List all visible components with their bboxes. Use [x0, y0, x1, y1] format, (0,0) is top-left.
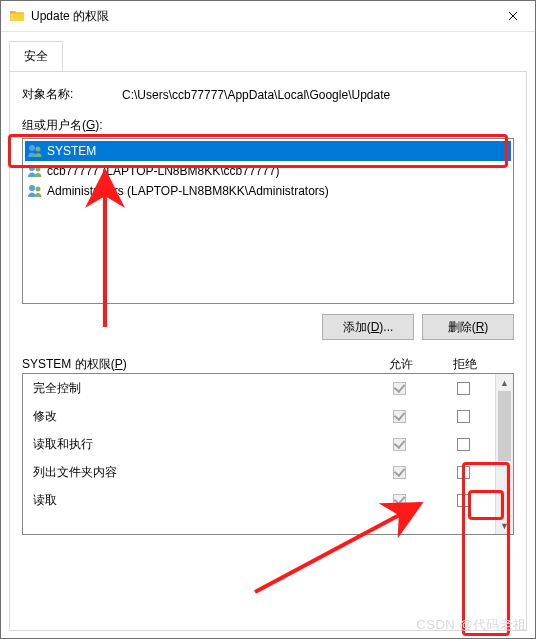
svg-point-3 — [36, 167, 41, 172]
permissions-list: 完全控制修改读取和执行列出文件夹内容读取 — [23, 374, 495, 534]
folder-icon — [9, 8, 25, 24]
tab-security[interactable]: 安全 — [9, 41, 63, 72]
allow-checkbox[interactable] — [393, 410, 406, 423]
list-item[interactable]: Administrators (LAPTOP-LN8BM8KK\Administ… — [25, 181, 511, 201]
titlebar: Update 的权限 — [1, 1, 535, 32]
deny-cell — [431, 382, 495, 395]
svg-point-0 — [29, 145, 35, 151]
object-value: C:\Users\ccb77777\AppData\Local\Google\U… — [122, 88, 514, 102]
allow-checkbox[interactable] — [393, 438, 406, 451]
deny-cell — [431, 466, 495, 479]
perm-name: 完全控制 — [23, 380, 367, 397]
list-item-label: Administrators (LAPTOP-LN8BM8KK\Administ… — [47, 184, 329, 198]
allow-col-header: 允许 — [369, 356, 433, 373]
list-buttons: 添加(D)... 删除(R) — [22, 314, 514, 340]
perm-row: 完全控制 — [23, 374, 495, 402]
allow-cell — [367, 466, 431, 479]
svg-point-1 — [36, 147, 41, 152]
perm-header: SYSTEM 的权限(P) 允许 拒绝 — [22, 356, 514, 373]
people-icon — [27, 143, 43, 159]
allow-checkbox[interactable] — [393, 466, 406, 479]
allow-checkbox[interactable] — [393, 382, 406, 395]
people-icon — [27, 183, 43, 199]
perm-row: 修改 — [23, 402, 495, 430]
permissions-scrollbar[interactable]: ▲ ▼ — [495, 374, 513, 534]
watermark: CSDN @代码老祖 — [416, 616, 527, 634]
close-button[interactable] — [490, 1, 535, 31]
tab-body: 对象名称: C:\Users\ccb77777\AppData\Local\Go… — [9, 71, 527, 631]
svg-point-5 — [36, 187, 41, 192]
svg-point-2 — [29, 165, 35, 171]
tab-strip: 安全 — [1, 32, 535, 71]
allow-cell — [367, 438, 431, 451]
deny-checkbox[interactable] — [457, 466, 470, 479]
scroll-thumb[interactable] — [498, 391, 511, 461]
deny-cell — [431, 438, 495, 451]
deny-checkbox[interactable] — [457, 410, 470, 423]
window-title: Update 的权限 — [31, 8, 490, 25]
people-icon — [27, 163, 43, 179]
add-button[interactable]: 添加(D)... — [322, 314, 414, 340]
deny-checkbox[interactable] — [457, 494, 470, 507]
perm-header-label: SYSTEM 的权限(P) — [22, 356, 369, 373]
perm-name: 修改 — [23, 408, 367, 425]
list-item[interactable]: SYSTEM — [25, 141, 511, 161]
perm-name: 列出文件夹内容 — [23, 464, 367, 481]
object-label: 对象名称: — [22, 86, 122, 103]
groups-label: 组或用户名(G): — [22, 117, 514, 134]
permissions-box: 完全控制修改读取和执行列出文件夹内容读取 ▲ ▼ — [22, 373, 514, 535]
principals-list[interactable]: SYSTEMccb77777 (LAPTOP-LN8BM8KK\ccb77777… — [22, 138, 514, 304]
allow-cell — [367, 410, 431, 423]
perm-name: 读取和执行 — [23, 436, 367, 453]
perm-name: 读取 — [23, 492, 367, 509]
deny-checkbox[interactable] — [457, 438, 470, 451]
list-item[interactable]: ccb77777 (LAPTOP-LN8BM8KK\ccb77777) — [25, 161, 511, 181]
scroll-down-icon[interactable]: ▼ — [496, 517, 513, 534]
deny-cell — [431, 410, 495, 423]
perm-row: 读取 — [23, 486, 495, 514]
perm-row: 读取和执行 — [23, 430, 495, 458]
deny-checkbox[interactable] — [457, 382, 470, 395]
allow-cell — [367, 494, 431, 507]
scroll-up-icon[interactable]: ▲ — [496, 374, 513, 391]
object-row: 对象名称: C:\Users\ccb77777\AppData\Local\Go… — [22, 86, 514, 103]
allow-checkbox[interactable] — [393, 494, 406, 507]
svg-point-4 — [29, 185, 35, 191]
allow-cell — [367, 382, 431, 395]
list-item-label: SYSTEM — [47, 144, 96, 158]
perm-row: 列出文件夹内容 — [23, 458, 495, 486]
permissions-dialog: Update 的权限 安全 对象名称: C:\Users\ccb77777\Ap… — [0, 0, 536, 639]
deny-cell — [431, 494, 495, 507]
deny-col-header: 拒绝 — [433, 356, 497, 373]
list-item-label: ccb77777 (LAPTOP-LN8BM8KK\ccb77777) — [47, 164, 280, 178]
remove-button[interactable]: 删除(R) — [422, 314, 514, 340]
